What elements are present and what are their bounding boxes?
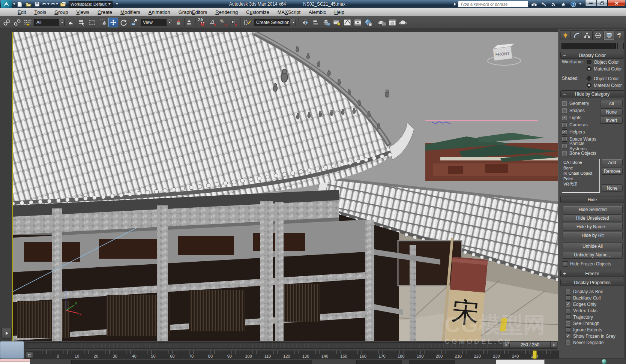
- dropdown-arrow-icon[interactable]: [59, 19, 65, 26]
- menu-edit[interactable]: Edit: [14, 8, 30, 16]
- tab-modify[interactable]: [571, 30, 581, 40]
- select-and-scale-button[interactable]: [129, 18, 139, 27]
- app-menu-button[interactable]: [1, 0, 12, 8]
- hide-unselected-button[interactable]: Hide Unselected: [563, 214, 623, 222]
- category-list-none-button[interactable]: None: [602, 184, 623, 192]
- viewport[interactable]: 宋: [12, 32, 559, 341]
- displayprop-checkbox-never-degrade[interactable]: Never Degrade: [566, 339, 623, 346]
- select-object-button[interactable]: [66, 18, 76, 27]
- category-list-item[interactable]: Point: [563, 176, 598, 182]
- displayprop-checkbox-vertex-ticks[interactable]: Vertex Ticks: [566, 307, 623, 314]
- displayprop-checkbox-display-as-box[interactable]: Display as Box: [566, 288, 623, 295]
- unhide-by-name--button[interactable]: Unhide by Name...: [563, 251, 623, 259]
- category-checkbox-bone-objects[interactable]: Bone Objects: [562, 150, 600, 157]
- infocenter-expand-icon[interactable]: [453, 2, 456, 6]
- menu-animation[interactable]: Animation: [144, 8, 174, 16]
- category-list-item[interactable]: CAT Bone: [563, 160, 598, 165]
- search-button[interactable]: [530, 1, 538, 8]
- select-and-manipulate-button[interactable]: [184, 18, 194, 27]
- menu-views[interactable]: Views: [72, 8, 93, 16]
- layer-manager-button[interactable]: [321, 18, 331, 27]
- frame-counter[interactable]: 250 / 250: [510, 342, 550, 348]
- menu-rendering[interactable]: Rendering: [211, 8, 242, 16]
- category-list-item[interactable]: VR代理: [563, 181, 598, 187]
- spinner-snap-toggle-button[interactable]: [229, 18, 239, 27]
- menu-graph-editors[interactable]: Graph Editors: [174, 8, 212, 16]
- displayprop-checkbox-see-through[interactable]: See-Through: [566, 320, 623, 327]
- close-button[interactable]: [608, 0, 625, 6]
- dope-sheet-button[interactable]: [353, 18, 363, 27]
- tab-utilities[interactable]: [615, 30, 625, 40]
- maxscript-mini-listener[interactable]: [0, 359, 30, 364]
- toolbar-overflow-button[interactable]: [113, 1, 121, 8]
- redo-history-caret-icon[interactable]: [56, 3, 58, 5]
- time-slider[interactable]: < 250 / 250 >: [25, 341, 558, 350]
- tab-hierarchy[interactable]: [582, 30, 592, 40]
- material-editor-button[interactable]: [363, 18, 373, 27]
- selection-filter-dropdown[interactable]: All: [34, 19, 65, 26]
- rollout-header-freeze[interactable]: + Freeze: [560, 270, 624, 277]
- category-add-button[interactable]: Add: [602, 159, 623, 166]
- next-frame-button[interactable]: >: [550, 342, 557, 348]
- help-button[interactable]: ?: [569, 1, 577, 8]
- category-checkbox-lights[interactable]: ✓Lights: [562, 114, 600, 121]
- previous-frame-button[interactable]: <: [503, 342, 510, 348]
- restore-button[interactable]: [597, 0, 608, 6]
- wireframe-object-color-radio[interactable]: Object Color: [587, 59, 623, 65]
- unlink-selection-button[interactable]: [12, 18, 22, 27]
- command-panel-scrollbar[interactable]: [624, 29, 626, 358]
- menu-create[interactable]: Create: [93, 8, 116, 16]
- displayprop-checkbox-trajectory[interactable]: Trajectory: [566, 314, 623, 320]
- category-checkbox-helpers[interactable]: ✓Helpers: [562, 128, 600, 135]
- menu-tools[interactable]: Tools: [30, 8, 50, 16]
- workspace-dropdown[interactable]: Workspace: Default: [69, 1, 113, 8]
- open-file-button[interactable]: [24, 1, 32, 8]
- use-pivot-point-center-button[interactable]: [174, 18, 183, 27]
- select-and-rotate-button[interactable]: [119, 18, 129, 27]
- category-none-button[interactable]: None: [600, 108, 623, 115]
- rectangular-selection-region-button[interactable]: [87, 18, 97, 27]
- minimize-button[interactable]: [585, 0, 597, 6]
- current-frame-marker[interactable]: [533, 351, 537, 359]
- bind-to-space-warp-button[interactable]: [23, 18, 33, 27]
- reference-coordinate-dropdown[interactable]: View: [141, 19, 172, 26]
- curve-editor-button[interactable]: [342, 18, 352, 27]
- percent-snap-toggle-button[interactable]: %: [219, 18, 228, 27]
- align-button[interactable]: [311, 18, 321, 27]
- object-color-swatch[interactable]: [617, 43, 624, 49]
- viewport-layout-tabs-button[interactable]: [2, 328, 12, 339]
- menu-group[interactable]: Group: [50, 8, 72, 16]
- shaded-material-color-radio[interactable]: Material Color: [587, 82, 623, 88]
- menu-help[interactable]: Help: [330, 8, 348, 16]
- category-checkbox-geometry[interactable]: Geometry: [562, 100, 600, 107]
- displayprop-checkbox-show-frozen-in-gray[interactable]: ✓Show Frozen in Gray: [566, 333, 623, 339]
- dropdown-arrow-icon[interactable]: [290, 19, 296, 26]
- category-checkbox-cameras[interactable]: Cameras: [562, 121, 600, 128]
- object-name-field[interactable]: [561, 43, 616, 49]
- dropdown-arrow-icon[interactable]: [166, 19, 172, 26]
- category-list-item[interactable]: Bone: [563, 165, 598, 171]
- track-bar-ruler[interactable]: 0102030405060708090100110120130140150160…: [34, 351, 558, 360]
- mini-curve-editor-button[interactable]: [26, 352, 33, 358]
- category-list-item[interactable]: IK Chain Object: [563, 171, 598, 176]
- selection-lock-grid-field[interactable]: [496, 360, 545, 364]
- new-scene-button[interactable]: [16, 1, 24, 8]
- render-production-button[interactable]: [398, 18, 408, 27]
- undo-button[interactable]: [42, 1, 50, 8]
- hide-by-name--button[interactable]: Hide by Name...: [563, 223, 623, 231]
- search-input[interactable]: [458, 1, 528, 7]
- hide-selected-button[interactable]: Hide Selected: [563, 206, 623, 213]
- custom-category-list[interactable]: CAT BoneBoneIK Chain ObjectPointVR代理: [562, 159, 600, 193]
- track-bar[interactable]: 0102030405060708090100110120130140150160…: [25, 350, 559, 359]
- category-checkbox-particle-systems[interactable]: Particle Systems: [562, 142, 600, 150]
- redo-button[interactable]: [50, 1, 58, 8]
- rollout-header-hide-by-category[interactable]: – Hide by Category: [560, 90, 624, 97]
- hide-frozen-objects-checkbox[interactable]: Hide Frozen Objects: [563, 260, 622, 267]
- displayprop-checkbox-ignore-extents[interactable]: Ignore Extents: [566, 327, 623, 333]
- window-crossing-toggle-button[interactable]: [98, 18, 108, 27]
- rendered-frame-window-button[interactable]: [387, 18, 397, 27]
- category-remove-button[interactable]: Remove: [602, 168, 623, 175]
- select-by-name-button[interactable]: [77, 18, 87, 27]
- snaps-toggle-button[interactable]: 2.5: [198, 18, 207, 27]
- select-and-move-button[interactable]: [108, 18, 118, 27]
